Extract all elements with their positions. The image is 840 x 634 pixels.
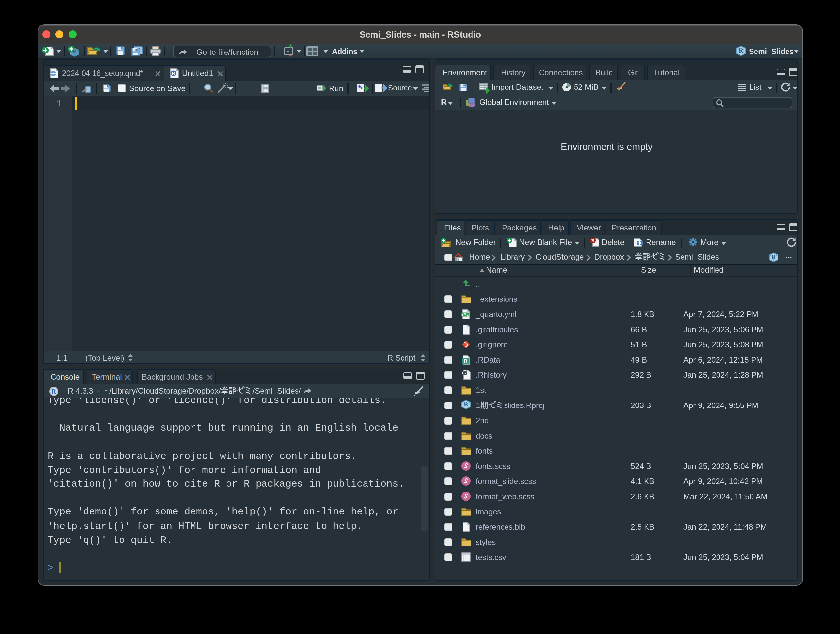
svg-text:R: R [464,401,468,408]
svg-text:R: R [171,70,175,77]
svg-text:R: R [464,358,467,363]
svg-text:YML: YML [461,312,468,316]
svg-text:R: R [739,47,744,54]
svg-text:R: R [771,253,776,260]
svg-text:R: R [51,387,57,395]
